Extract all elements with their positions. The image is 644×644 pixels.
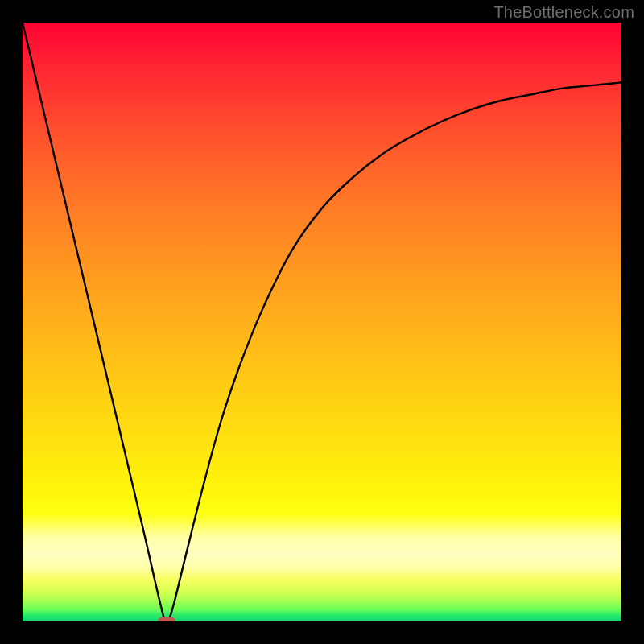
watermark-text: TheBottleneck.com xyxy=(493,3,634,22)
minimum-marker xyxy=(158,617,175,622)
curve-svg xyxy=(23,23,621,621)
bottleneck-curve xyxy=(23,23,621,621)
chart-frame: TheBottleneck.com xyxy=(0,0,644,644)
plot-area xyxy=(23,23,621,621)
